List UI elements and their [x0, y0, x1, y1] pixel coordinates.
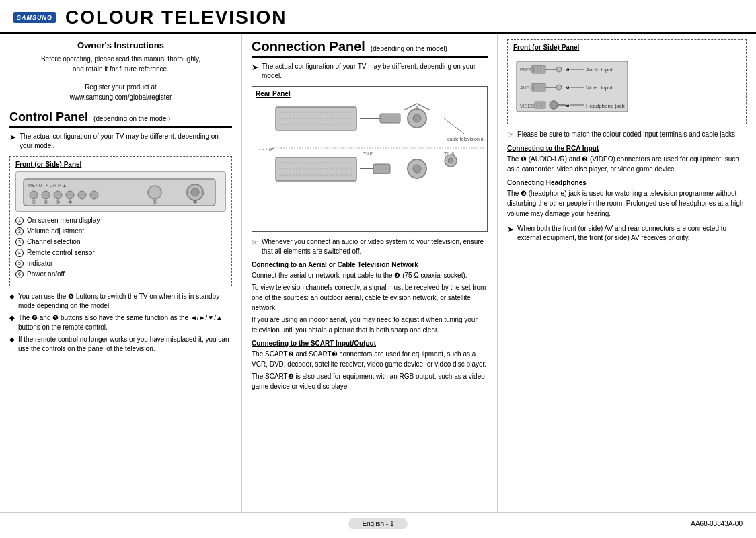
svg-point-7	[78, 191, 86, 199]
rear-panel-title: Rear Panel	[256, 90, 484, 98]
svg-point-11	[191, 188, 199, 196]
arrow-right-icon-right: ➤	[507, 224, 514, 235]
svg-point-5	[54, 191, 62, 199]
svg-text:MENU: MENU	[28, 183, 42, 188]
svg-point-50	[556, 67, 562, 72]
headphones-text: The ❸ (headphone) jack is used for watch…	[507, 188, 747, 219]
samsung-logo-text: SAMSUNG	[13, 12, 56, 23]
svg-text:①: ①	[32, 200, 36, 204]
svg-line-30	[444, 118, 464, 134]
tv-panel-illustration: MENU – + CH P ▲ ① ②	[15, 171, 226, 212]
owners-instructions-section: Owner's Instructions Before operating, p…	[9, 40, 232, 102]
control-panel-header: Control Panel (depending on the model)	[9, 110, 232, 128]
front-panel-label-right: Front (or Side) Panel	[513, 44, 741, 51]
svg-text:Headphone jack: Headphone jack	[586, 103, 626, 109]
register-text: Register your product at	[9, 82, 232, 92]
svg-text:FM/S: FM/S	[520, 67, 531, 72]
svg-text:Audio input: Audio input	[586, 67, 613, 73]
list-item: 3 Channel selection	[15, 237, 226, 247]
svg-text:– + CH P ▲: – + CH P ▲	[42, 183, 67, 188]
bullet-note-2: ◆ The ❷ and ❸ buttons also have the same…	[9, 313, 232, 332]
control-panel-title: Control Panel	[9, 110, 88, 124]
control-panel-note: ➤ The actual configuration of your TV ma…	[9, 132, 232, 151]
front-panel-label-left: Front (or Side) Panel	[15, 161, 226, 168]
svg-point-6	[66, 191, 74, 199]
scart-text-2: The SCART❷ is also used for equipment wi…	[252, 371, 488, 391]
control-panel-note-text: The actual configuration of your TV may …	[20, 132, 232, 151]
svg-text:2: 2	[566, 85, 568, 90]
right-column: Front (or Side) Panel FM/S ● 1 Aud	[498, 34, 756, 512]
model-code: AA68-03843A-00	[691, 520, 743, 527]
av-priority-text: When both the front (or side) AV and rea…	[517, 224, 747, 243]
page-title: COLOUR TELEVISION	[65, 7, 287, 28]
list-item: 2 Volume adjustment	[15, 227, 226, 236]
owners-instructions-p1: Before operating, please read this manua…	[9, 54, 232, 64]
bullet-notes: ◆ You can use the ❺ buttons to switch th…	[9, 292, 232, 354]
aerial-text-1: Connect the aerial or network input cabl…	[252, 270, 488, 280]
left-column: Owner's Instructions Before operating, p…	[0, 34, 242, 512]
svg-text:T/U6: T/U6	[363, 151, 373, 156]
svg-text:AUD: AUD	[520, 85, 530, 90]
rca-section-content: The ❶ (AUDIO-L/R) and ❷ (VIDEO) connecto…	[507, 154, 747, 174]
front-panel-box-left: Front (or Side) Panel MENU – + CH P ▲	[9, 156, 232, 286]
svg-text:- - - or: - - - or	[259, 146, 274, 152]
svg-text:③: ③	[56, 200, 60, 204]
svg-point-8	[90, 191, 98, 199]
connection-panel-header: Connection Panel (depending on the model…	[252, 39, 488, 58]
feature-list: 1 On-screen menu display 2 Volume adjust…	[15, 216, 226, 279]
rear-panel-diagram: - - - or cable television network	[256, 100, 484, 228]
samsung-logo: SAMSUNG	[13, 12, 56, 23]
svg-point-40	[448, 158, 453, 163]
svg-rect-22	[380, 114, 400, 123]
aerial-text-3: If you are using an indoor aerial, you m…	[252, 315, 488, 335]
owners-instructions-p2: and retain it for future reference.	[9, 64, 232, 74]
arrow-right-icon-mid: ➤	[252, 62, 258, 73]
rca-section-title: Connecting to the RCA Input	[507, 145, 747, 152]
svg-text:④: ④	[68, 200, 72, 204]
svg-point-70	[550, 101, 558, 109]
arrow-right-icon: ➤	[9, 132, 16, 143]
svg-point-38	[413, 165, 421, 173]
diamond-icon-2: ◆	[9, 313, 15, 323]
svg-rect-67	[535, 102, 545, 108]
connection-note-text: The actual configuration of your TV may …	[262, 62, 488, 81]
colour-note: ☞ Please be sure to match the colour cod…	[507, 130, 747, 140]
headphones-section-title: Connecting Headphones	[507, 179, 747, 186]
tv-panel-svg: MENU – + CH P ▲ ① ②	[20, 174, 222, 210]
svg-point-4	[42, 191, 50, 199]
svg-text:Video input: Video input	[586, 85, 613, 91]
aerial-text-2: To view television channels correctly, a…	[252, 282, 488, 313]
svg-text:⑥: ⑥	[193, 200, 197, 204]
list-item: 5 Indicator	[15, 259, 226, 268]
svg-text:1: 1	[566, 67, 568, 72]
aerial-section-title: Connecting to an Aerial or Cable Televis…	[252, 261, 488, 268]
bullet-note-3: ◆ If the remote control no longer works …	[9, 335, 232, 354]
middle-column: Connection Panel (depending on the model…	[242, 34, 498, 512]
main-content: Owner's Instructions Before operating, p…	[0, 34, 756, 512]
svg-text:②: ②	[44, 200, 48, 204]
headphones-section-content: The ❸ (headphone) jack is used for watch…	[507, 188, 747, 219]
list-item: 4 Remote control sensor	[15, 248, 226, 258]
finger-icon: ☞	[507, 130, 514, 140]
front-panel-diagram-svg: FM/S ● 1 Audio input AUD	[513, 54, 708, 118]
list-item: 1 On-screen menu display	[15, 216, 226, 225]
svg-point-3	[30, 191, 38, 199]
diamond-icon-3: ◆	[9, 335, 15, 344]
connection-panel-note: ➤ The actual configuration of your TV ma…	[252, 62, 488, 81]
page-footer: English - 1 AA68-03843A-00	[0, 512, 756, 534]
front-panel-box-right: Front (or Side) Panel FM/S ● 1 Aud	[507, 39, 747, 124]
speaker-icon: ☞	[252, 237, 258, 247]
svg-rect-36	[373, 164, 390, 174]
aerial-section-content: Connect the aerial or network input cabl…	[252, 270, 488, 335]
svg-text:cable television network: cable television network	[447, 137, 484, 141]
list-item: 6 Power on/off	[15, 270, 226, 279]
diamond-icon-1: ◆	[9, 292, 15, 301]
svg-point-61	[556, 85, 562, 90]
page-number: English - 1	[348, 518, 407, 529]
svg-text:⑤: ⑤	[153, 200, 157, 204]
owners-instructions-title: Owner's Instructions	[9, 40, 232, 50]
scart-text-1: The SCART❷ and SCART❸ connectors are use…	[252, 349, 488, 369]
rca-text: The ❶ (AUDIO-L/R) and ❷ (VIDEO) connecto…	[507, 154, 747, 174]
scart-section-content: The SCART❷ and SCART❸ connectors are use…	[252, 349, 488, 391]
rear-panel-svg: - - - or cable television network	[256, 100, 484, 228]
